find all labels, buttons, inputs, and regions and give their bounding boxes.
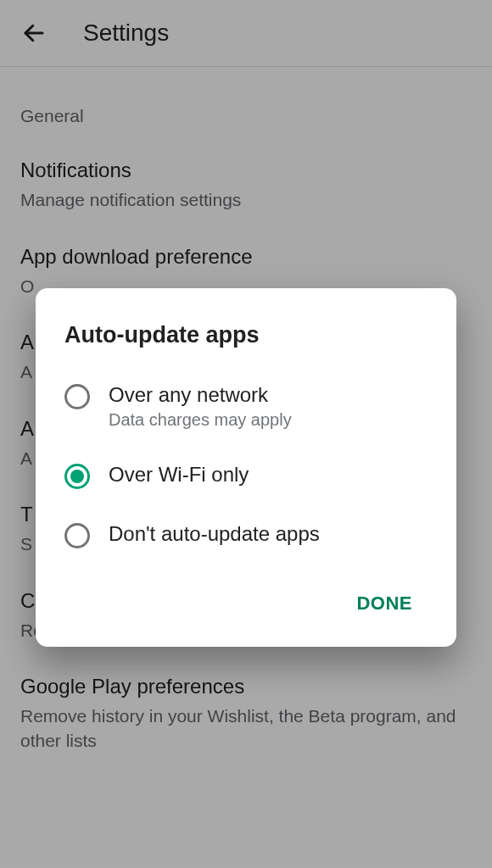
radio-labels: Over Wi-Fi only <box>109 462 249 487</box>
radio-labels: Don't auto-update apps <box>109 521 320 547</box>
dialog-title: Auto-update apps <box>64 322 428 348</box>
done-button[interactable]: DONE <box>344 584 424 623</box>
radio-icon <box>64 384 90 409</box>
radio-option-any-network[interactable]: Over any network Data charges may apply <box>64 382 428 430</box>
radio-option-dont-update[interactable]: Don't auto-update apps <box>64 521 428 548</box>
radio-icon <box>64 523 90 548</box>
option-title: Don't auto-update apps <box>109 521 320 547</box>
auto-update-dialog: Auto-update apps Over any network Data c… <box>36 288 456 647</box>
option-title: Over any network <box>109 382 292 408</box>
radio-labels: Over any network Data charges may apply <box>109 382 292 430</box>
radio-icon <box>64 464 90 489</box>
option-title: Over Wi-Fi only <box>109 462 249 487</box>
radio-option-wifi-only[interactable]: Over Wi-Fi only <box>64 462 428 489</box>
option-sub: Data charges may apply <box>109 410 292 430</box>
dialog-actions: DONE <box>64 581 428 637</box>
